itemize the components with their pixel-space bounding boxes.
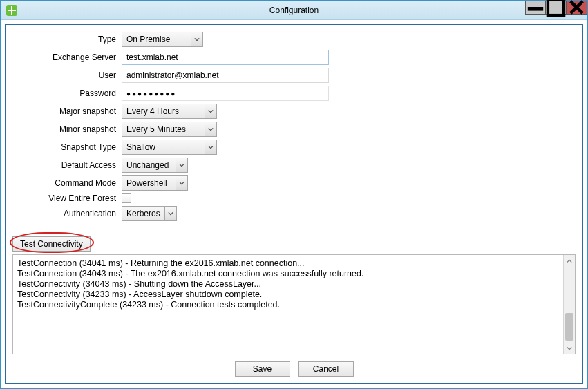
chevron-down-icon[interactable] [191, 32, 203, 47]
password-label: Password [12, 88, 116, 98]
snapshot-type-combo[interactable]: Shallow [122, 140, 217, 155]
window-title: Configuration [1, 6, 587, 15]
major-snapshot-label: Major snapshot [12, 106, 116, 116]
log-line: TestConnectivity (34043 ms) - Shutting d… [17, 279, 571, 289]
minor-snapshot-combo[interactable]: Every 5 Minutes [122, 122, 217, 137]
default-access-value: Unchanged [122, 158, 176, 173]
dialog-footer: Save Cancel [12, 354, 576, 378]
authentication-value: Kerberos [122, 206, 164, 221]
major-snapshot-value: Every 4 Hours [122, 104, 205, 119]
titlebar: Configuration [1, 1, 587, 20]
log-scrollbar[interactable] [563, 255, 575, 354]
command-mode-combo[interactable]: Powershell [122, 175, 188, 191]
minor-snapshot-value: Every 5 Minutes [122, 122, 205, 137]
log-line: TestConnection (34043 ms) - The ex2016.x… [17, 269, 571, 278]
password-input[interactable]: ●●●●●●●●● [122, 86, 329, 101]
default-access-combo[interactable]: Unchanged [122, 158, 188, 173]
scroll-track[interactable] [564, 267, 575, 342]
type-combo[interactable]: On Premise [122, 32, 203, 47]
config-window: Configuration Type On Premise Exchange S… [0, 0, 588, 389]
user-label: User [12, 70, 116, 80]
log-line: TestConnectivityComplete (34233 ms) - Co… [17, 300, 571, 310]
test-connectivity-button[interactable]: Test Connectivity [12, 236, 91, 252]
type-label: Type [12, 35, 116, 44]
chevron-down-icon[interactable] [164, 206, 177, 221]
save-button[interactable]: Save [235, 361, 290, 377]
settings-form: Type On Premise Exchange Server User Pas… [12, 32, 576, 221]
chevron-down-icon[interactable] [205, 104, 217, 119]
scroll-up-icon[interactable] [564, 255, 575, 267]
log-line: TestConnectivity (34233 ms) - AccessLaye… [17, 290, 571, 299]
command-mode-label: Command Mode [12, 178, 116, 188]
scroll-down-icon[interactable] [564, 342, 575, 354]
exchange-server-label: Exchange Server [12, 53, 116, 62]
view-forest-checkbox[interactable] [122, 193, 131, 203]
snapshot-type-value: Shallow [122, 140, 205, 155]
authentication-combo[interactable]: Kerberos [122, 206, 177, 221]
minor-snapshot-label: Minor snapshot [12, 124, 116, 134]
scroll-thumb[interactable] [565, 313, 573, 341]
default-access-label: Default Access [12, 160, 116, 170]
type-value: On Premise [122, 32, 191, 47]
log-output: TestConnection (34041 ms) - Returning th… [12, 254, 576, 354]
chevron-down-icon[interactable] [176, 158, 188, 173]
command-mode-value: Powershell [122, 175, 176, 191]
dialog-body: Type On Premise Exchange Server User Pas… [5, 24, 583, 384]
exchange-server-input[interactable] [122, 50, 329, 65]
chevron-down-icon[interactable] [205, 140, 217, 155]
chevron-down-icon[interactable] [176, 175, 188, 191]
cancel-button[interactable]: Cancel [298, 361, 354, 377]
user-input[interactable] [122, 68, 329, 83]
test-connectivity-row: Test Connectivity [12, 235, 576, 253]
authentication-label: Authentication [12, 209, 116, 218]
log-line: TestConnection (34041 ms) - Returning th… [17, 258, 571, 268]
major-snapshot-combo[interactable]: Every 4 Hours [122, 104, 217, 119]
chevron-down-icon[interactable] [205, 122, 217, 137]
snapshot-type-label: Snapshot Type [12, 142, 116, 152]
view-forest-label: View Entire Forest [12, 193, 116, 203]
